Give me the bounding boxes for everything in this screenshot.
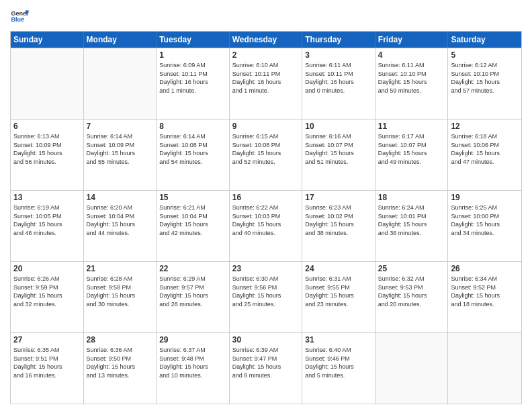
calendar-cell: 1Sunrise: 6:09 AM Sunset: 10:11 PM Dayli…	[157, 48, 230, 119]
calendar-cell	[448, 333, 521, 404]
day-number: 4	[378, 50, 445, 60]
calendar-cell: 23Sunrise: 6:30 AM Sunset: 9:56 PM Dayli…	[230, 262, 303, 332]
calendar-cell: 8Sunrise: 6:14 AM Sunset: 10:08 PM Dayli…	[157, 120, 230, 190]
day-number: 24	[305, 264, 372, 273]
day-number: 21	[87, 264, 154, 273]
calendar-header: SundayMondayTuesdayWednesdayThursdayFrid…	[11, 32, 521, 48]
calendar-cell: 16Sunrise: 6:22 AM Sunset: 10:03 PM Dayl…	[230, 191, 303, 261]
cell-info: Sunrise: 6:29 AM Sunset: 9:57 PM Dayligh…	[159, 275, 226, 308]
day-number: 11	[378, 122, 445, 131]
day-number: 2	[232, 50, 300, 60]
cell-info: Sunrise: 6:24 AM Sunset: 10:01 PM Daylig…	[378, 203, 445, 237]
calendar-cell: 31Sunrise: 6:40 AM Sunset: 9:46 PM Dayli…	[302, 333, 375, 404]
calendar-cell: 30Sunrise: 6:39 AM Sunset: 9:47 PM Dayli…	[230, 333, 303, 404]
calendar-cell: 26Sunrise: 6:34 AM Sunset: 9:52 PM Dayli…	[448, 262, 521, 332]
calendar-cell: 4Sunrise: 6:11 AM Sunset: 10:10 PM Dayli…	[375, 48, 449, 119]
day-number: 1	[159, 50, 226, 60]
header-day-sunday: Sunday	[11, 32, 84, 48]
calendar-cell: 29Sunrise: 6:37 AM Sunset: 9:48 PM Dayli…	[157, 333, 230, 404]
cell-info: Sunrise: 6:39 AM Sunset: 9:47 PM Dayligh…	[232, 346, 300, 379]
day-number: 30	[232, 335, 300, 345]
calendar-cell: 22Sunrise: 6:29 AM Sunset: 9:57 PM Dayli…	[157, 262, 230, 332]
cell-info: Sunrise: 6:15 AM Sunset: 10:08 PM Daylig…	[232, 132, 300, 166]
cell-info: Sunrise: 6:14 AM Sunset: 10:09 PM Daylig…	[87, 132, 154, 166]
calendar-cell: 19Sunrise: 6:25 AM Sunset: 10:00 PM Dayl…	[448, 191, 521, 261]
calendar-cell	[84, 48, 157, 119]
day-number: 7	[87, 122, 154, 131]
day-number: 27	[13, 335, 81, 345]
header-day-thursday: Thursday	[302, 32, 375, 48]
cell-info: Sunrise: 6:10 AM Sunset: 10:11 PM Daylig…	[232, 61, 300, 95]
day-number: 22	[159, 264, 226, 273]
day-number: 14	[87, 193, 154, 202]
calendar-cell	[375, 333, 449, 404]
calendar-row-2: 13Sunrise: 6:19 AM Sunset: 10:05 PM Dayl…	[11, 190, 521, 261]
calendar-cell: 24Sunrise: 6:31 AM Sunset: 9:55 PM Dayli…	[302, 262, 375, 332]
day-number: 13	[13, 193, 81, 202]
calendar-cell: 20Sunrise: 6:26 AM Sunset: 9:59 PM Dayli…	[11, 262, 84, 332]
day-number: 20	[13, 264, 81, 273]
cell-info: Sunrise: 6:32 AM Sunset: 9:53 PM Dayligh…	[378, 275, 445, 308]
calendar-cell: 13Sunrise: 6:19 AM Sunset: 10:05 PM Dayl…	[11, 191, 84, 261]
calendar: SundayMondayTuesdayWednesdayThursdayFrid…	[10, 31, 522, 404]
cell-info: Sunrise: 6:16 AM Sunset: 10:07 PM Daylig…	[305, 132, 372, 166]
calendar-cell: 6Sunrise: 6:13 AM Sunset: 10:09 PM Dayli…	[11, 120, 84, 190]
cell-info: Sunrise: 6:19 AM Sunset: 10:05 PM Daylig…	[13, 203, 81, 237]
calendar-cell: 7Sunrise: 6:14 AM Sunset: 10:09 PM Dayli…	[84, 120, 157, 190]
day-number: 12	[451, 122, 519, 131]
cell-info: Sunrise: 6:20 AM Sunset: 10:04 PM Daylig…	[87, 203, 154, 237]
calendar-row-3: 20Sunrise: 6:26 AM Sunset: 9:59 PM Dayli…	[11, 261, 521, 332]
cell-info: Sunrise: 6:09 AM Sunset: 10:11 PM Daylig…	[159, 61, 226, 95]
day-number: 23	[232, 264, 300, 273]
day-number: 18	[378, 193, 445, 202]
calendar-cell: 10Sunrise: 6:16 AM Sunset: 10:07 PM Dayl…	[302, 120, 375, 190]
calendar-cell: 3Sunrise: 6:11 AM Sunset: 10:11 PM Dayli…	[302, 48, 375, 119]
cell-info: Sunrise: 6:13 AM Sunset: 10:09 PM Daylig…	[13, 132, 81, 166]
day-number: 8	[159, 122, 226, 131]
cell-info: Sunrise: 6:17 AM Sunset: 10:07 PM Daylig…	[378, 132, 445, 166]
calendar-cell: 2Sunrise: 6:10 AM Sunset: 10:11 PM Dayli…	[230, 48, 303, 119]
day-number: 29	[159, 335, 226, 345]
calendar-body: 1Sunrise: 6:09 AM Sunset: 10:11 PM Dayli…	[11, 48, 521, 404]
calendar-cell: 17Sunrise: 6:23 AM Sunset: 10:02 PM Dayl…	[302, 191, 375, 261]
cell-info: Sunrise: 6:40 AM Sunset: 9:46 PM Dayligh…	[305, 346, 372, 379]
day-number: 5	[451, 50, 519, 60]
cell-info: Sunrise: 6:11 AM Sunset: 10:11 PM Daylig…	[305, 61, 372, 95]
day-number: 16	[232, 193, 300, 202]
cell-info: Sunrise: 6:28 AM Sunset: 9:58 PM Dayligh…	[87, 275, 154, 308]
day-number: 25	[378, 264, 445, 273]
day-number: 3	[305, 50, 372, 60]
header-day-tuesday: Tuesday	[157, 32, 230, 48]
cell-info: Sunrise: 6:23 AM Sunset: 10:02 PM Daylig…	[305, 203, 372, 237]
logo: General Blue	[10, 7, 29, 26]
day-number: 28	[87, 335, 154, 345]
calendar-row-4: 27Sunrise: 6:35 AM Sunset: 9:51 PM Dayli…	[11, 332, 521, 404]
calendar-cell	[11, 48, 84, 119]
day-number: 10	[305, 122, 372, 131]
header-day-friday: Friday	[375, 32, 449, 48]
calendar-cell: 12Sunrise: 6:18 AM Sunset: 10:06 PM Dayl…	[448, 120, 521, 190]
header-day-saturday: Saturday	[448, 32, 521, 48]
calendar-row-0: 1Sunrise: 6:09 AM Sunset: 10:11 PM Dayli…	[11, 48, 521, 119]
cell-info: Sunrise: 6:36 AM Sunset: 9:50 PM Dayligh…	[87, 346, 154, 379]
cell-info: Sunrise: 6:21 AM Sunset: 10:04 PM Daylig…	[159, 203, 226, 237]
calendar-cell: 5Sunrise: 6:12 AM Sunset: 10:10 PM Dayli…	[448, 48, 521, 119]
calendar-cell: 25Sunrise: 6:32 AM Sunset: 9:53 PM Dayli…	[375, 262, 449, 332]
cell-info: Sunrise: 6:22 AM Sunset: 10:03 PM Daylig…	[232, 203, 300, 237]
cell-info: Sunrise: 6:30 AM Sunset: 9:56 PM Dayligh…	[232, 275, 300, 308]
logo-icon: General Blue	[10, 7, 29, 26]
calendar-cell: 14Sunrise: 6:20 AM Sunset: 10:04 PM Dayl…	[84, 191, 157, 261]
cell-info: Sunrise: 6:34 AM Sunset: 9:52 PM Dayligh…	[451, 275, 519, 308]
cell-info: Sunrise: 6:11 AM Sunset: 10:10 PM Daylig…	[378, 61, 445, 95]
day-number: 26	[451, 264, 519, 273]
cell-info: Sunrise: 6:14 AM Sunset: 10:08 PM Daylig…	[159, 132, 226, 166]
svg-text:Blue: Blue	[11, 16, 24, 23]
page: General Blue SundayMondayTuesdayWednesda…	[0, 0, 532, 411]
day-number: 9	[232, 122, 300, 131]
cell-info: Sunrise: 6:31 AM Sunset: 9:55 PM Dayligh…	[305, 275, 372, 308]
cell-info: Sunrise: 6:18 AM Sunset: 10:06 PM Daylig…	[451, 132, 519, 166]
header: General Blue	[10, 7, 522, 26]
day-number: 19	[451, 193, 519, 202]
cell-info: Sunrise: 6:12 AM Sunset: 10:10 PM Daylig…	[451, 61, 519, 95]
calendar-cell: 27Sunrise: 6:35 AM Sunset: 9:51 PM Dayli…	[11, 333, 84, 404]
